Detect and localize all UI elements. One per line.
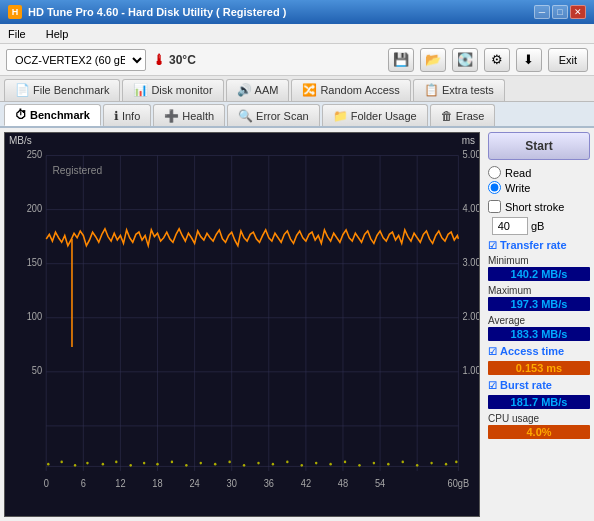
svg-point-43 [47, 463, 49, 466]
menu-file[interactable]: File [4, 27, 30, 41]
read-write-group: Read Write [488, 164, 590, 196]
maximum-value: 197.3 MB/s [488, 297, 590, 311]
minimize-button[interactable]: ─ [534, 5, 550, 19]
svg-text:5.00: 5.00 [463, 148, 479, 159]
tab-random-access[interactable]: 🔀 Random Access [291, 79, 410, 101]
tabs-row1: 📄 File Benchmark 📊 Disk monitor 🔊 AAM 🔀 … [0, 76, 594, 102]
window-title: HD Tune Pro 4.60 - Hard Disk Utility ( R… [28, 6, 286, 18]
svg-text:42: 42 [301, 477, 311, 488]
chart-area: MB/s ms [4, 132, 480, 517]
svg-text:100: 100 [27, 311, 43, 322]
tab-benchmark[interactable]: ⏱ Benchmark [4, 104, 101, 126]
right-panel: Start Read Write Short stroke gB ☑ Trans… [484, 128, 594, 521]
svg-point-61 [301, 464, 303, 467]
tab-folder-usage[interactable]: 📁 Folder Usage [322, 104, 428, 126]
temperature-value: 30°C [169, 53, 196, 67]
drive-select[interactable]: OCZ-VERTEX2 (60 gB) [6, 49, 146, 71]
svg-text:30: 30 [227, 477, 238, 488]
folder-usage-icon: 📁 [333, 109, 348, 123]
short-stroke-checkbox[interactable] [488, 200, 501, 213]
svg-text:12: 12 [115, 477, 125, 488]
toolbar-btn-4[interactable]: ⚙ [484, 48, 510, 72]
tab-erase[interactable]: 🗑 Erase [430, 104, 496, 126]
stroke-unit: gB [531, 220, 544, 232]
cpu-usage-stat: CPU usage 4.0% [488, 413, 590, 439]
disk-monitor-icon: 📊 [133, 83, 148, 97]
tab-aam[interactable]: 🔊 AAM [226, 79, 290, 101]
error-scan-icon: 🔍 [238, 109, 253, 123]
menu-help[interactable]: Help [42, 27, 73, 41]
maximum-label: Maximum [488, 285, 590, 296]
tab-health[interactable]: ➕ Health [153, 104, 225, 126]
svg-text:2.00: 2.00 [463, 311, 479, 322]
tab-file-benchmark[interactable]: 📄 File Benchmark [4, 79, 120, 101]
tab-extra-tests[interactable]: 📋 Extra tests [413, 79, 505, 101]
window-controls: ─ □ ✕ [534, 5, 586, 19]
svg-point-50 [143, 462, 145, 465]
svg-text:Registered: Registered [52, 163, 102, 176]
maximize-button[interactable]: □ [552, 5, 568, 19]
tab-error-scan[interactable]: 🔍 Error Scan [227, 104, 320, 126]
svg-point-55 [214, 463, 216, 466]
toolbar-btn-2[interactable]: 📂 [420, 48, 446, 72]
write-radio-label[interactable]: Write [488, 181, 590, 194]
aam-icon: 🔊 [237, 83, 252, 97]
file-benchmark-icon: 📄 [15, 83, 30, 97]
title-bar: H HD Tune Pro 4.60 - Hard Disk Utility (… [0, 0, 594, 24]
svg-point-65 [358, 464, 360, 467]
svg-point-57 [243, 464, 245, 467]
svg-point-48 [115, 461, 117, 464]
average-value: 183.3 MB/s [488, 327, 590, 341]
toolbar-btn-3[interactable]: 💽 [452, 48, 478, 72]
toolbar-btn-1[interactable]: 💾 [388, 48, 414, 72]
mbs-label: MB/s [9, 135, 32, 146]
toolbar-btn-5[interactable]: ⬇ [516, 48, 542, 72]
svg-point-52 [171, 461, 173, 464]
svg-text:250: 250 [27, 148, 43, 159]
read-radio-label[interactable]: Read [488, 166, 590, 179]
svg-text:200: 200 [27, 202, 43, 213]
svg-point-54 [200, 462, 202, 465]
short-stroke-item: Short stroke [488, 200, 590, 213]
svg-text:48: 48 [338, 477, 348, 488]
svg-text:36: 36 [264, 477, 274, 488]
stroke-value-input[interactable] [492, 217, 528, 235]
thermometer-icon: 🌡 [152, 52, 166, 68]
svg-point-72 [455, 461, 457, 464]
svg-point-60 [286, 461, 288, 464]
health-icon: ➕ [164, 109, 179, 123]
svg-point-62 [315, 462, 317, 465]
minimum-stat: Minimum 140.2 MB/s [488, 255, 590, 281]
cpu-usage-label: CPU usage [488, 413, 590, 424]
svg-point-68 [402, 461, 404, 464]
svg-point-53 [185, 464, 187, 467]
exit-button[interactable]: Exit [548, 48, 588, 72]
extra-tests-icon: 📋 [424, 83, 439, 97]
svg-point-63 [329, 463, 331, 466]
svg-point-66 [373, 462, 375, 465]
temperature-display: 🌡 30°C [152, 52, 196, 68]
svg-rect-0 [5, 133, 479, 516]
main-area: MB/s ms [0, 128, 594, 521]
average-label: Average [488, 315, 590, 326]
read-radio[interactable] [488, 166, 501, 179]
start-button[interactable]: Start [488, 132, 590, 160]
write-radio[interactable] [488, 181, 501, 194]
minimum-value: 140.2 MB/s [488, 267, 590, 281]
close-button[interactable]: ✕ [570, 5, 586, 19]
svg-text:60gB: 60gB [448, 477, 470, 488]
svg-point-45 [74, 464, 76, 467]
svg-text:54: 54 [375, 477, 386, 488]
maximum-stat: Maximum 197.3 MB/s [488, 285, 590, 311]
toolbar: OCZ-VERTEX2 (60 gB) 🌡 30°C 💾 📂 💽 ⚙ ⬇ Exi… [0, 44, 594, 76]
svg-text:1.00: 1.00 [463, 365, 479, 376]
svg-text:0: 0 [44, 477, 50, 488]
random-access-icon: 🔀 [302, 83, 317, 97]
svg-point-49 [129, 464, 131, 467]
stroke-input-group: gB [492, 217, 590, 235]
tab-info[interactable]: ℹ Info [103, 104, 151, 126]
svg-point-56 [228, 461, 230, 464]
burst-rate-label: ☑ Burst rate [488, 379, 590, 391]
tab-disk-monitor[interactable]: 📊 Disk monitor [122, 79, 223, 101]
ms-label: ms [462, 135, 475, 146]
